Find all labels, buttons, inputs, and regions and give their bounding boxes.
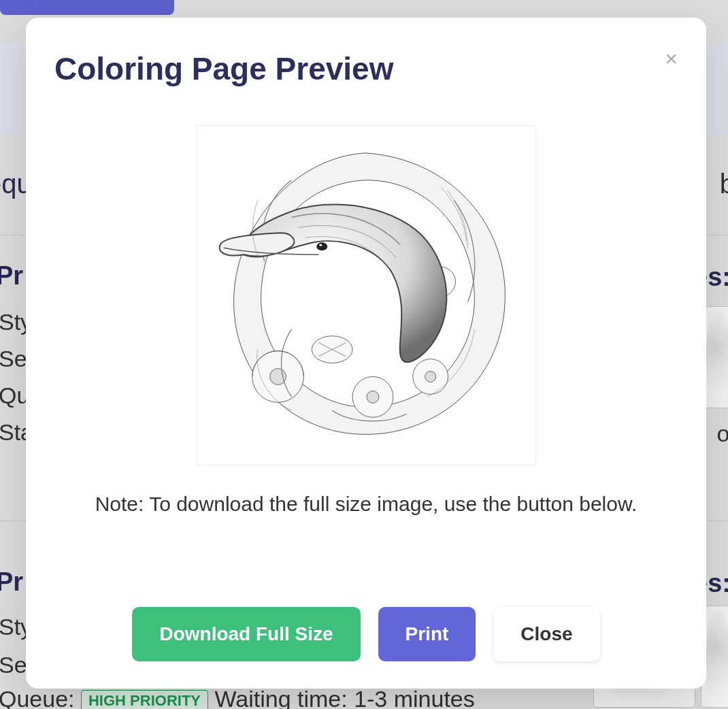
preview-modal: Coloring Page Preview × <box>26 18 706 689</box>
preview-image <box>196 125 536 465</box>
svg-point-5 <box>425 372 436 382</box>
modal-header: Coloring Page Preview × <box>54 50 678 87</box>
preview-container: Note: To download the full size image, u… <box>54 125 678 516</box>
download-full-size-button[interactable]: Download Full Size <box>132 607 360 661</box>
print-button[interactable]: Print <box>378 607 476 661</box>
close-icon[interactable]: × <box>665 48 678 69</box>
svg-point-12 <box>319 244 322 246</box>
close-button[interactable]: Close <box>493 607 599 661</box>
modal-footer: Download Full Size Print Close <box>54 580 678 661</box>
svg-point-11 <box>316 242 327 250</box>
svg-point-3 <box>367 391 379 403</box>
modal-title: Coloring Page Preview <box>54 50 393 87</box>
svg-point-1 <box>270 369 286 385</box>
download-note: Note: To download the full size image, u… <box>54 493 678 516</box>
